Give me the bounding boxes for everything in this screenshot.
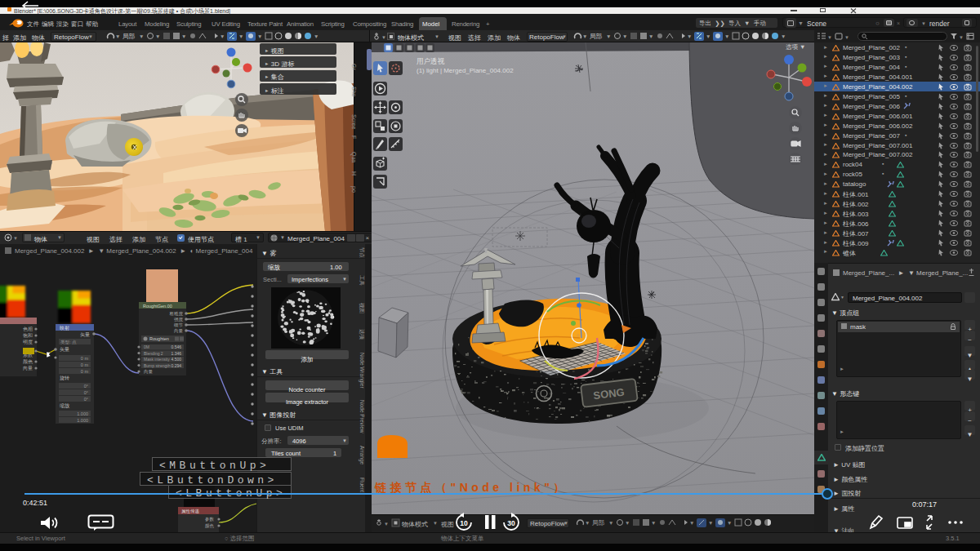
svg-text:0.546: 0.546	[171, 344, 181, 349]
svg-text:1.000: 1.000	[77, 418, 88, 423]
svg-text:0 m: 0 m	[81, 362, 89, 367]
svg-text:▼: ▼	[708, 520, 713, 526]
svg-text:▼: ▼	[115, 33, 120, 39]
svg-text:映射: 映射	[60, 326, 69, 331]
svg-text:RoughtGen.00: RoughtGen.00	[143, 304, 172, 309]
svg-text:▼: ▼	[220, 33, 225, 39]
svg-text:属性传递: 属性传递	[181, 509, 200, 513]
svg-text:▼: ▼	[727, 520, 732, 526]
svg-text:▼: ▼	[384, 522, 389, 527]
svg-text:▼: ▼	[585, 520, 590, 526]
svg-text:▼: ▼	[651, 520, 656, 526]
svg-text:细节: 细节	[174, 322, 184, 328]
svg-text:4.500: 4.500	[171, 357, 181, 362]
svg-text:1.346: 1.346	[171, 351, 181, 356]
svg-text:▼: ▼	[181, 33, 186, 39]
svg-text:0°: 0°	[84, 384, 88, 389]
svg-text:Roughten: Roughten	[149, 336, 169, 341]
svg-text:▼: ▼	[314, 33, 318, 39]
svg-text:▼: ▼	[844, 35, 849, 40]
svg-text:向量: 向量	[23, 366, 33, 371]
svg-text:▼: ▼	[582, 33, 587, 39]
svg-text:▼: ▼	[139, 33, 144, 39]
svg-text:▼: ▼	[238, 33, 243, 39]
svg-text:▼: ▼	[13, 236, 18, 241]
svg-text:颜色: 颜色	[23, 358, 33, 364]
svg-text:局部: 局部	[592, 519, 605, 527]
svg-text:矢量: 矢量	[80, 332, 90, 337]
svg-text:局部: 局部	[122, 33, 136, 40]
svg-text:颜色: 颜色	[205, 523, 215, 528]
svg-text:0°: 0°	[84, 397, 88, 402]
svg-text:1.000: 1.000	[77, 411, 88, 416]
svg-text:▼: ▼	[381, 35, 386, 40]
svg-text:▼: ▼	[781, 33, 786, 39]
svg-text:向量: 向量	[174, 328, 184, 333]
svg-text:▼: ▼	[648, 33, 653, 39]
svg-text:Blending 2: Blending 2	[144, 351, 163, 356]
svg-text:▼: ▼	[625, 520, 630, 526]
svg-text:类型: 点: 类型: 点	[60, 340, 77, 344]
svg-text:30: 30	[507, 519, 515, 527]
svg-text:参数: 参数	[205, 517, 215, 522]
svg-text:▼: ▼	[827, 35, 832, 40]
svg-text:缩放: 缩放	[60, 402, 69, 409]
svg-text:明度: 明度	[23, 339, 33, 345]
svg-text:▼: ▼	[689, 520, 694, 526]
svg-text:饱和: 饱和	[22, 332, 33, 338]
svg-text:0 m: 0 m	[81, 369, 89, 374]
svg-text:▼: ▼	[724, 33, 729, 39]
svg-text:▼: ▼	[959, 35, 964, 40]
svg-text:Bump strength: Bump strength	[144, 363, 171, 368]
svg-text:局部: 局部	[590, 33, 603, 40]
svg-text:强度: 强度	[174, 317, 184, 322]
svg-text:0°: 0°	[84, 390, 88, 395]
svg-text:▼: ▼	[155, 33, 160, 39]
svg-text:▼: ▼	[706, 33, 710, 39]
svg-text:粗糙度: 粗糙度	[170, 311, 184, 317]
svg-text:色相: 色相	[23, 327, 33, 332]
svg-text:▼: ▼	[608, 520, 613, 526]
svg-text:▼: ▼	[687, 33, 692, 39]
svg-text:0.294: 0.294	[171, 363, 181, 368]
svg-text:▼: ▼	[622, 33, 627, 39]
svg-text:Mask intensity: Mask intensity	[144, 357, 170, 362]
svg-text:10: 10	[460, 519, 468, 527]
svg-text:0 m: 0 m	[81, 356, 89, 361]
svg-text:0M: 0M	[144, 344, 149, 349]
svg-text:▼: ▼	[606, 33, 611, 39]
svg-text:向量: 向量	[144, 369, 154, 374]
svg-text:▼: ▼	[257, 33, 262, 39]
svg-text:矢量: 矢量	[60, 347, 69, 352]
svg-text:旋转: 旋转	[60, 375, 69, 381]
